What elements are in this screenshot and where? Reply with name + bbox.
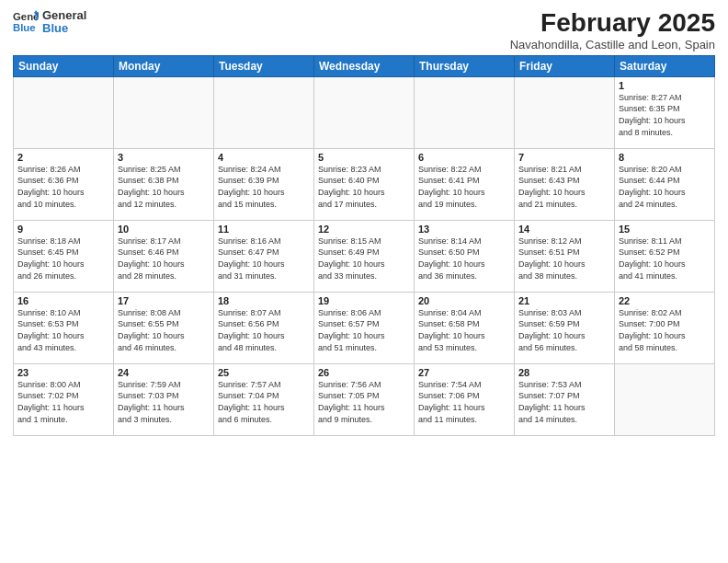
subtitle: Navahondilla, Castille and Leon, Spain xyxy=(510,38,715,52)
day-number: 13 xyxy=(418,224,510,235)
col-sunday: Sunday xyxy=(14,55,114,76)
calendar: Sunday Monday Tuesday Wednesday Thursday… xyxy=(13,55,715,436)
col-saturday: Saturday xyxy=(615,55,715,76)
logo: General Blue General Blue xyxy=(13,9,86,36)
table-row: 3Sunrise: 8:25 AM Sunset: 6:38 PM Daylig… xyxy=(114,148,214,220)
day-info: Sunrise: 8:23 AM Sunset: 6:40 PM Dayligh… xyxy=(318,164,410,210)
page: General Blue General Blue February 2025 … xyxy=(0,0,728,563)
day-number: 19 xyxy=(318,295,410,306)
day-info: Sunrise: 8:02 AM Sunset: 7:00 PM Dayligh… xyxy=(619,307,711,353)
table-row: 26Sunrise: 7:56 AM Sunset: 7:05 PM Dayli… xyxy=(314,363,415,435)
day-info: Sunrise: 8:10 AM Sunset: 6:53 PM Dayligh… xyxy=(17,307,109,353)
table-row: 22Sunrise: 8:02 AM Sunset: 7:00 PM Dayli… xyxy=(615,292,715,363)
day-number: 8 xyxy=(619,152,711,163)
day-info: Sunrise: 8:21 AM Sunset: 6:43 PM Dayligh… xyxy=(518,164,610,210)
day-number: 23 xyxy=(17,367,109,378)
table-row xyxy=(114,76,214,148)
table-row: 17Sunrise: 8:08 AM Sunset: 6:55 PM Dayli… xyxy=(114,292,214,363)
calendar-week-3: 16Sunrise: 8:10 AM Sunset: 6:53 PM Dayli… xyxy=(14,292,715,363)
day-number: 20 xyxy=(418,295,510,306)
day-info: Sunrise: 8:12 AM Sunset: 6:51 PM Dayligh… xyxy=(518,236,610,282)
day-number: 22 xyxy=(619,295,711,306)
day-info: Sunrise: 8:08 AM Sunset: 6:55 PM Dayligh… xyxy=(118,307,210,353)
logo-blue: Blue xyxy=(42,22,86,35)
header: General Blue General Blue February 2025 … xyxy=(13,9,715,52)
day-number: 28 xyxy=(518,367,610,378)
calendar-week-4: 23Sunrise: 8:00 AM Sunset: 7:02 PM Dayli… xyxy=(14,363,715,435)
table-row: 9Sunrise: 8:18 AM Sunset: 6:45 PM Daylig… xyxy=(14,220,114,292)
table-row: 24Sunrise: 7:59 AM Sunset: 7:03 PM Dayli… xyxy=(114,363,214,435)
day-number: 25 xyxy=(218,367,310,378)
day-number: 17 xyxy=(118,295,210,306)
day-number: 6 xyxy=(418,152,510,163)
day-info: Sunrise: 8:14 AM Sunset: 6:50 PM Dayligh… xyxy=(418,236,510,282)
day-number: 7 xyxy=(518,152,610,163)
table-row xyxy=(14,76,114,148)
col-friday: Friday xyxy=(515,55,615,76)
day-info: Sunrise: 7:56 AM Sunset: 7:05 PM Dayligh… xyxy=(318,379,410,425)
svg-text:Blue: Blue xyxy=(13,22,36,33)
table-row: 21Sunrise: 8:03 AM Sunset: 6:59 PM Dayli… xyxy=(515,292,615,363)
table-row xyxy=(314,76,415,148)
table-row xyxy=(615,363,715,435)
table-row: 8Sunrise: 8:20 AM Sunset: 6:44 PM Daylig… xyxy=(615,148,715,220)
day-number: 24 xyxy=(118,367,210,378)
day-info: Sunrise: 8:26 AM Sunset: 6:36 PM Dayligh… xyxy=(17,164,109,210)
table-row: 10Sunrise: 8:17 AM Sunset: 6:46 PM Dayli… xyxy=(114,220,214,292)
day-number: 4 xyxy=(218,152,310,163)
table-row xyxy=(515,76,615,148)
day-info: Sunrise: 8:27 AM Sunset: 6:35 PM Dayligh… xyxy=(619,92,711,138)
table-row: 1Sunrise: 8:27 AM Sunset: 6:35 PM Daylig… xyxy=(615,76,715,148)
table-row: 16Sunrise: 8:10 AM Sunset: 6:53 PM Dayli… xyxy=(14,292,114,363)
day-info: Sunrise: 7:53 AM Sunset: 7:07 PM Dayligh… xyxy=(518,379,610,425)
logo-general: General xyxy=(42,9,86,22)
col-tuesday: Tuesday xyxy=(214,55,314,76)
day-number: 14 xyxy=(518,224,610,235)
table-row xyxy=(214,76,314,148)
day-number: 9 xyxy=(17,224,109,235)
day-info: Sunrise: 8:20 AM Sunset: 6:44 PM Dayligh… xyxy=(619,164,711,210)
table-row: 11Sunrise: 8:16 AM Sunset: 6:47 PM Dayli… xyxy=(214,220,314,292)
day-number: 21 xyxy=(518,295,610,306)
day-info: Sunrise: 8:16 AM Sunset: 6:47 PM Dayligh… xyxy=(218,236,310,282)
day-number: 16 xyxy=(17,295,109,306)
day-number: 2 xyxy=(17,152,109,163)
day-number: 10 xyxy=(118,224,210,235)
day-info: Sunrise: 8:06 AM Sunset: 6:57 PM Dayligh… xyxy=(318,307,410,353)
table-row: 2Sunrise: 8:26 AM Sunset: 6:36 PM Daylig… xyxy=(14,148,114,220)
table-row: 23Sunrise: 8:00 AM Sunset: 7:02 PM Dayli… xyxy=(14,363,114,435)
day-info: Sunrise: 8:17 AM Sunset: 6:46 PM Dayligh… xyxy=(118,236,210,282)
title-block: February 2025 Navahondilla, Castille and… xyxy=(510,9,715,52)
table-row: 13Sunrise: 8:14 AM Sunset: 6:50 PM Dayli… xyxy=(415,220,515,292)
day-info: Sunrise: 8:00 AM Sunset: 7:02 PM Dayligh… xyxy=(17,379,109,425)
day-number: 11 xyxy=(218,224,310,235)
day-info: Sunrise: 8:04 AM Sunset: 6:58 PM Dayligh… xyxy=(418,307,510,353)
table-row: 6Sunrise: 8:22 AM Sunset: 6:41 PM Daylig… xyxy=(415,148,515,220)
table-row: 12Sunrise: 8:15 AM Sunset: 6:49 PM Dayli… xyxy=(314,220,415,292)
day-number: 26 xyxy=(318,367,410,378)
day-info: Sunrise: 8:11 AM Sunset: 6:52 PM Dayligh… xyxy=(619,236,711,282)
day-info: Sunrise: 8:15 AM Sunset: 6:49 PM Dayligh… xyxy=(318,236,410,282)
day-info: Sunrise: 7:54 AM Sunset: 7:06 PM Dayligh… xyxy=(418,379,510,425)
day-info: Sunrise: 8:07 AM Sunset: 6:56 PM Dayligh… xyxy=(218,307,310,353)
day-info: Sunrise: 8:18 AM Sunset: 6:45 PM Dayligh… xyxy=(17,236,109,282)
calendar-week-1: 2Sunrise: 8:26 AM Sunset: 6:36 PM Daylig… xyxy=(14,148,715,220)
day-number: 18 xyxy=(218,295,310,306)
day-number: 15 xyxy=(619,224,711,235)
table-row: 19Sunrise: 8:06 AM Sunset: 6:57 PM Dayli… xyxy=(314,292,415,363)
table-row: 14Sunrise: 8:12 AM Sunset: 6:51 PM Dayli… xyxy=(515,220,615,292)
table-row: 15Sunrise: 8:11 AM Sunset: 6:52 PM Dayli… xyxy=(615,220,715,292)
table-row xyxy=(415,76,515,148)
table-row: 5Sunrise: 8:23 AM Sunset: 6:40 PM Daylig… xyxy=(314,148,415,220)
calendar-week-2: 9Sunrise: 8:18 AM Sunset: 6:45 PM Daylig… xyxy=(14,220,715,292)
col-thursday: Thursday xyxy=(415,55,515,76)
day-info: Sunrise: 8:24 AM Sunset: 6:39 PM Dayligh… xyxy=(218,164,310,210)
table-row: 7Sunrise: 8:21 AM Sunset: 6:43 PM Daylig… xyxy=(515,148,615,220)
day-info: Sunrise: 7:57 AM Sunset: 7:04 PM Dayligh… xyxy=(218,379,310,425)
main-title: February 2025 xyxy=(510,9,715,38)
col-monday: Monday xyxy=(114,55,214,76)
day-number: 27 xyxy=(418,367,510,378)
day-info: Sunrise: 7:59 AM Sunset: 7:03 PM Dayligh… xyxy=(118,379,210,425)
day-number: 1 xyxy=(619,80,711,91)
table-row: 4Sunrise: 8:24 AM Sunset: 6:39 PM Daylig… xyxy=(214,148,314,220)
